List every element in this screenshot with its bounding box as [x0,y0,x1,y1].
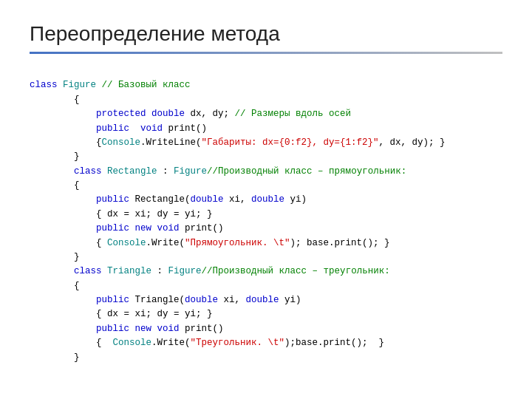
code-block: class Figure // Базовый класс { protecte… [30,64,502,379]
title-divider [30,52,502,54]
slide-title: Переопределение метода [30,22,502,46]
slide: Переопределение метода class Figure // Б… [0,0,532,399]
